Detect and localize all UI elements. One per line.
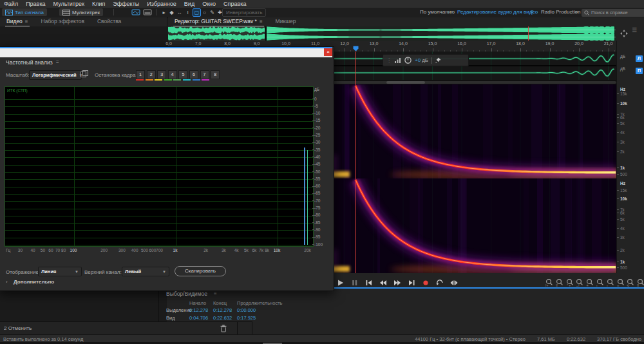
lasso-selection-tool-icon[interactable]: ○: [201, 9, 208, 16]
hud-drag-handle[interactable]: ⋮: [386, 57, 392, 63]
menu-item-Избранное[interactable]: Избранное: [143, 1, 180, 7]
svg-text:›: ›: [607, 283, 608, 287]
frame-hold-button-6[interactable]: 6: [189, 70, 198, 79]
panel-menu-icon[interactable]: ≡: [260, 19, 263, 24]
scan-button[interactable]: Сканировать: [175, 266, 226, 276]
tab-видео[interactable]: Видео≡: [0, 17, 35, 26]
gain-knob-icon[interactable]: [404, 57, 412, 64]
skip-selection-button[interactable]: [449, 278, 459, 285]
close-icon[interactable]: ×: [324, 48, 332, 56]
overview-menu-icon[interactable]: ☰: [632, 27, 637, 33]
zoom-in-amplitude-icon[interactable]: ⌃+: [565, 278, 574, 286]
selection-value[interactable]: 0:22.632: [213, 315, 232, 321]
paintbrush-selection-tool-icon[interactable]: ✎: [209, 9, 216, 16]
resize-handle[interactable]: [263, 343, 282, 344]
rewind-button[interactable]: [378, 278, 388, 285]
zoom-selection-icon[interactable]: ‹›: [616, 278, 625, 286]
multitrack-button[interactable]: Мультитрек: [59, 8, 103, 16]
pan-icon[interactable]: [620, 30, 628, 37]
zoom-out-point-icon[interactable]: ›: [606, 278, 615, 286]
menu-item-Справка[interactable]: Справка: [220, 1, 250, 7]
menu-item-Файл[interactable]: Файл: [0, 1, 22, 7]
play-button[interactable]: [336, 278, 346, 285]
workspace-default-button[interactable]: По умолчанию: [420, 9, 455, 15]
slip-tool-icon[interactable]: ◆: [168, 9, 175, 16]
overview-strip[interactable]: [168, 26, 616, 41]
frame-hold-button-4[interactable]: 4: [168, 70, 177, 79]
panel-menu-icon[interactable]: ≡: [25, 19, 28, 24]
tab-набор-эффектов[interactable]: Набор эффектов: [35, 17, 91, 26]
frequency-analysis-window[interactable]: × Частотный анализ ≡ Масштаб: Логарифмич…: [0, 46, 334, 291]
zoom-out-amplitude-icon[interactable]: ⌄[: [575, 278, 584, 286]
skip-forward-button[interactable]: [406, 278, 417, 285]
hz-scale-tick: [617, 117, 619, 118]
advanced-expander-icon[interactable]: ›: [6, 279, 8, 285]
pause-button[interactable]: [350, 278, 360, 285]
workspace-menu-icon[interactable]: ≡: [531, 9, 534, 15]
menu-item-Эффекты[interactable]: Эффекты: [109, 1, 143, 7]
spectral-view-button[interactable]: [142, 9, 153, 16]
selection-value[interactable]: 0:12.278: [213, 307, 232, 313]
channel-badge-Л[interactable]: Л: [636, 55, 643, 62]
gain-value[interactable]: +0: [415, 57, 421, 63]
freq-tick-label-20k: 20k: [304, 248, 310, 253]
tab-свойства[interactable]: Свойства: [91, 17, 128, 26]
zoom-out-time-icon[interactable]: ][: [555, 278, 564, 286]
hz-scale-tick: [617, 250, 619, 251]
hz-scale-tick: [617, 190, 619, 191]
move-tool-icon[interactable]: ▸: [160, 9, 167, 16]
scrollbar-handle[interactable]: [386, 81, 425, 84]
skip-back-button[interactable]: [364, 278, 374, 285]
menu-item-Вид[interactable]: Вид: [180, 1, 198, 7]
frame-hold-button-2[interactable]: 2: [147, 70, 156, 79]
volume-hud[interactable]: ⋮ +0 дБ: [383, 54, 469, 66]
loop-button[interactable]: [435, 278, 445, 285]
selection-panel-menu-icon[interactable]: ≡: [214, 291, 217, 296]
zoom-full-icon[interactable]: []: [636, 278, 644, 286]
menu-item-Окно[interactable]: Окно: [198, 1, 220, 7]
time-selection-tool-icon[interactable]: I: [184, 9, 191, 16]
frame-hold-button-7[interactable]: 7: [200, 70, 209, 79]
waveform-view-button[interactable]: [131, 9, 141, 16]
frame-hold-button-8[interactable]: 8: [211, 70, 220, 79]
advanced-label[interactable]: Дополнительно: [14, 279, 54, 285]
zoom-reset-icon[interactable]: ✳: [585, 278, 594, 286]
spot-healing-brush-tool-icon[interactable]: ✚: [216, 9, 223, 16]
tab-микшер[interactable]: Микшер: [269, 17, 303, 26]
fa-display-select[interactable]: Линия▼: [38, 267, 82, 276]
invert-button[interactable]: Инвертировать: [222, 8, 266, 17]
workspace-overflow-button[interactable]: »: [575, 9, 578, 15]
frequency-plot[interactable]: [5, 86, 314, 247]
channel-badge-П[interactable]: П: [636, 68, 643, 74]
fast-forward-button[interactable]: [392, 278, 402, 285]
trash-icon[interactable]: [220, 325, 227, 332]
workspace-active-button[interactable]: Редактирование аудио для видео: [457, 9, 538, 15]
copy-graph-icon[interactable]: [80, 70, 88, 78]
window-title-strip[interactable]: [0, 47, 332, 57]
tab-редактор-guitar-sweep-wav-[interactable]: Редактор: GUITAR SWEEP.wav *≡: [168, 17, 269, 26]
stretch-tool-icon[interactable]: ↔: [176, 9, 183, 16]
fa-panel-menu-icon[interactable]: ≡: [56, 59, 59, 65]
frame-hold-button-5[interactable]: 5: [178, 70, 187, 79]
hud-pin-icon[interactable]: [435, 57, 441, 63]
marquee-selection-tool-icon[interactable]: ▢: [193, 8, 201, 17]
frame-hold-button-3[interactable]: 3: [157, 70, 166, 79]
selection-value[interactable]: 0:17.925: [237, 315, 256, 321]
menu-item-Правка[interactable]: Правка: [22, 1, 49, 7]
selection-value[interactable]: 0:04.706: [189, 315, 208, 321]
fa-channel-select[interactable]: Левый▼: [122, 267, 169, 276]
zoom-in-point-icon[interactable]: ‹: [596, 278, 605, 286]
menu-item-Мультитрек[interactable]: Мультитрек: [50, 1, 88, 7]
menu-item-Клип[interactable]: Клип: [88, 1, 109, 7]
zoom-in-time-icon[interactable]: [+: [545, 278, 554, 286]
selection-value[interactable]: 0:00.000: [237, 307, 256, 313]
frame-hold-button-1[interactable]: 1: [136, 70, 145, 79]
fa-scale-select[interactable]: Логарифмический▼: [29, 70, 82, 80]
panel-divider[interactable]: [158, 289, 159, 321]
waveform-editor-button[interactable]: Тип сигнала: [2, 8, 47, 16]
zoom-history-icon[interactable]: ⟲: [626, 278, 635, 286]
record-button[interactable]: [421, 278, 431, 285]
playhead-marker[interactable]: [353, 46, 359, 52]
selection-value[interactable]: 0:12.278: [189, 307, 208, 313]
help-search-input[interactable]: Поиск в справке: [582, 9, 644, 17]
